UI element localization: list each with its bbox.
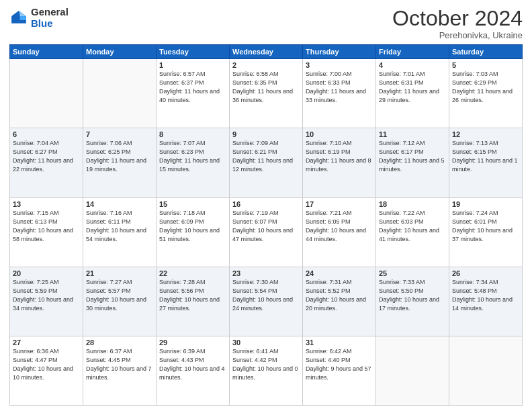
- day-info: Sunrise: 7:00 AMSunset: 6:33 PMDaylight:…: [306, 70, 373, 105]
- sunrise-text: Sunrise: 7:28 AM: [159, 278, 226, 287]
- day-info: Sunrise: 6:57 AMSunset: 6:37 PMDaylight:…: [159, 70, 226, 105]
- day-info: Sunrise: 6:41 AMSunset: 4:42 PMDaylight:…: [232, 347, 300, 382]
- day-number: 7: [86, 130, 153, 138]
- day-info: Sunrise: 7:33 AMSunset: 5:50 PMDaylight:…: [379, 278, 446, 313]
- table-row: 18Sunrise: 7:22 AMSunset: 6:03 PMDayligh…: [376, 197, 449, 267]
- sunrise-text: Sunrise: 7:13 AM: [452, 139, 519, 148]
- month-title: October 2024: [392, 7, 523, 30]
- day-info: Sunrise: 6:42 AMSunset: 4:40 PMDaylight:…: [306, 347, 373, 382]
- sunset-text: Sunset: 5:48 PM: [452, 287, 519, 295]
- table-row: 14Sunrise: 7:16 AMSunset: 6:11 PMDayligh…: [83, 197, 157, 267]
- sunset-text: Sunset: 5:54 PM: [232, 287, 300, 295]
- day-info: Sunrise: 7:21 AMSunset: 6:05 PMDaylight:…: [306, 209, 373, 244]
- table-row: [10, 59, 83, 128]
- table-row: 27Sunrise: 6:36 AMSunset: 4:47 PMDayligh…: [10, 336, 83, 405]
- sunrise-text: Sunrise: 6:41 AM: [232, 347, 300, 356]
- logo: General Blue: [9, 7, 69, 29]
- daylight-text: Daylight: 10 hours and 37 minutes.: [452, 226, 519, 244]
- sunset-text: Sunset: 6:33 PM: [306, 79, 373, 87]
- table-row: 12Sunrise: 7:13 AMSunset: 6:15 PMDayligh…: [449, 128, 523, 197]
- sunrise-text: Sunrise: 7:34 AM: [452, 278, 519, 287]
- day-number: 2: [232, 61, 300, 69]
- col-thursday: Thursday: [303, 45, 376, 59]
- table-row: 26Sunrise: 7:34 AMSunset: 5:48 PMDayligh…: [449, 267, 523, 336]
- sunset-text: Sunset: 6:31 PM: [379, 79, 446, 87]
- day-number: 19: [452, 200, 519, 208]
- sunset-text: Sunset: 6:19 PM: [306, 148, 373, 156]
- sunset-text: Sunset: 6:01 PM: [452, 218, 519, 226]
- table-row: 16Sunrise: 7:19 AMSunset: 6:07 PMDayligh…: [230, 197, 303, 267]
- title-block: October 2024 Perehonivka, Ukraine: [392, 7, 523, 40]
- table-row: 23Sunrise: 7:30 AMSunset: 5:54 PMDayligh…: [230, 267, 303, 336]
- col-wednesday: Wednesday: [230, 45, 303, 59]
- day-number: 29: [159, 338, 226, 347]
- calendar-header-row: Sunday Monday Tuesday Wednesday Thursday…: [10, 45, 523, 59]
- svg-marker-2: [19, 11, 26, 16]
- daylight-text: Daylight: 10 hours and 27 minutes.: [159, 295, 226, 313]
- daylight-text: Daylight: 10 hours and 0 minutes.: [232, 365, 300, 382]
- daylight-text: Daylight: 10 hours and 14 minutes.: [452, 295, 519, 313]
- day-number: 20: [13, 269, 80, 277]
- logo-icon: [9, 9, 28, 28]
- table-row: 28Sunrise: 6:37 AMSunset: 4:45 PMDayligh…: [83, 336, 157, 405]
- day-info: Sunrise: 7:13 AMSunset: 6:15 PMDaylight:…: [452, 139, 519, 174]
- day-info: Sunrise: 7:31 AMSunset: 5:52 PMDaylight:…: [306, 278, 373, 313]
- table-row: 4Sunrise: 7:01 AMSunset: 6:31 PMDaylight…: [376, 59, 449, 128]
- table-row: 13Sunrise: 7:15 AMSunset: 6:13 PMDayligh…: [10, 197, 83, 267]
- table-row: 10Sunrise: 7:10 AMSunset: 6:19 PMDayligh…: [303, 128, 376, 197]
- sunset-text: Sunset: 6:05 PM: [306, 218, 373, 226]
- day-info: Sunrise: 7:04 AMSunset: 6:27 PMDaylight:…: [13, 139, 80, 174]
- sunset-text: Sunset: 6:37 PM: [159, 79, 226, 87]
- day-number: 10: [306, 130, 373, 138]
- table-row: 25Sunrise: 7:33 AMSunset: 5:50 PMDayligh…: [376, 267, 449, 336]
- sunrise-text: Sunrise: 7:33 AM: [379, 278, 446, 287]
- day-number: 1: [159, 61, 226, 69]
- daylight-text: Daylight: 10 hours and 47 minutes.: [232, 226, 300, 244]
- day-number: 13: [13, 200, 80, 208]
- sunrise-text: Sunrise: 7:21 AM: [306, 209, 373, 218]
- daylight-text: Daylight: 11 hours and 19 minutes.: [86, 156, 153, 174]
- sunrise-text: Sunrise: 7:27 AM: [86, 278, 153, 287]
- table-row: 15Sunrise: 7:18 AMSunset: 6:09 PMDayligh…: [157, 197, 230, 267]
- day-number: 12: [452, 130, 519, 138]
- day-number: 16: [232, 200, 300, 208]
- sunset-text: Sunset: 6:21 PM: [232, 148, 300, 156]
- day-number: 5: [452, 61, 519, 69]
- day-info: Sunrise: 7:07 AMSunset: 6:23 PMDaylight:…: [159, 139, 226, 174]
- col-friday: Friday: [376, 45, 449, 59]
- daylight-text: Daylight: 10 hours and 4 minutes.: [159, 365, 226, 382]
- sunset-text: Sunset: 6:11 PM: [86, 218, 153, 226]
- daylight-text: Daylight: 10 hours and 51 minutes.: [159, 226, 226, 244]
- header: General Blue October 2024 Perehonivka, U…: [9, 7, 523, 40]
- day-info: Sunrise: 7:09 AMSunset: 6:21 PMDaylight:…: [232, 139, 300, 174]
- sunrise-text: Sunrise: 7:31 AM: [306, 278, 373, 287]
- table-row: 17Sunrise: 7:21 AMSunset: 6:05 PMDayligh…: [303, 197, 376, 267]
- table-row: 3Sunrise: 7:00 AMSunset: 6:33 PMDaylight…: [303, 59, 376, 128]
- sunrise-text: Sunrise: 7:30 AM: [232, 278, 300, 287]
- day-number: 6: [13, 130, 80, 138]
- daylight-text: Daylight: 10 hours and 17 minutes.: [379, 295, 446, 313]
- sunrise-text: Sunrise: 7:16 AM: [86, 209, 153, 218]
- daylight-text: Daylight: 11 hours and 1 minute.: [452, 156, 519, 174]
- sunrise-text: Sunrise: 7:18 AM: [159, 209, 226, 218]
- daylight-text: Daylight: 11 hours and 26 minutes.: [452, 87, 519, 105]
- table-row: [83, 59, 157, 128]
- sunset-text: Sunset: 6:03 PM: [379, 218, 446, 226]
- sunset-text: Sunset: 4:47 PM: [13, 356, 80, 365]
- sunset-text: Sunset: 6:35 PM: [232, 79, 300, 87]
- daylight-text: Daylight: 11 hours and 22 minutes.: [13, 156, 80, 174]
- sunrise-text: Sunrise: 7:19 AM: [232, 209, 300, 218]
- daylight-text: Daylight: 10 hours and 20 minutes.: [306, 295, 373, 313]
- day-number: 26: [452, 269, 519, 277]
- sunrise-text: Sunrise: 7:03 AM: [452, 70, 519, 79]
- day-number: 27: [13, 338, 80, 347]
- day-number: 21: [86, 269, 153, 277]
- daylight-text: Daylight: 11 hours and 5 minutes.: [379, 156, 446, 174]
- day-info: Sunrise: 7:22 AMSunset: 6:03 PMDaylight:…: [379, 209, 446, 244]
- sunrise-text: Sunrise: 6:37 AM: [86, 347, 153, 356]
- sunrise-text: Sunrise: 6:36 AM: [13, 347, 80, 356]
- col-tuesday: Tuesday: [157, 45, 230, 59]
- sunrise-text: Sunrise: 7:15 AM: [13, 209, 80, 218]
- sunset-text: Sunset: 4:43 PM: [159, 356, 226, 365]
- sunrise-text: Sunrise: 7:04 AM: [13, 139, 80, 148]
